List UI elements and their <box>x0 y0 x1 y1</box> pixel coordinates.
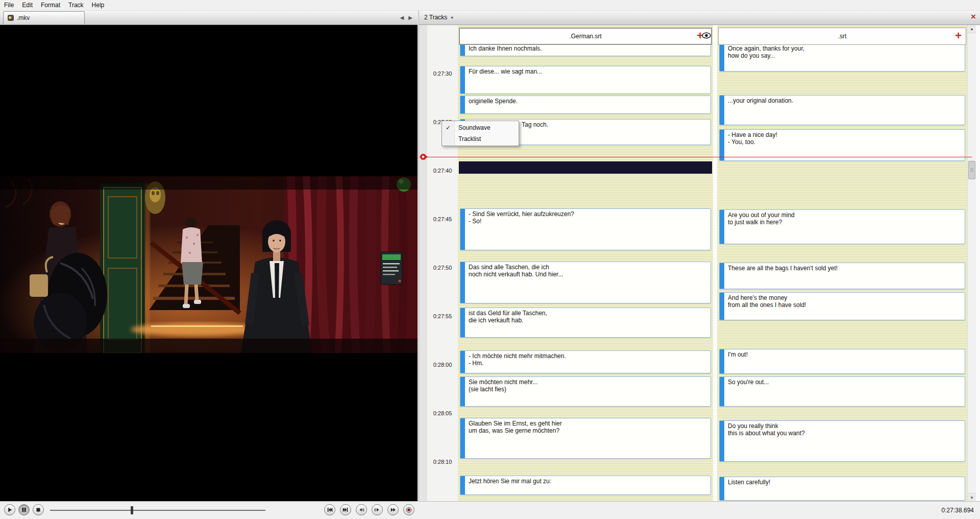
menu-item-edit[interactable]: Edit <box>18 0 37 10</box>
close-panel-button[interactable]: × <box>971 12 976 22</box>
pause-button[interactable] <box>18 504 30 515</box>
subtitle-cue[interactable]: ...your original donation. <box>719 95 965 125</box>
subtitle-cue[interactable]: These are all the bags I haven't sold ye… <box>719 263 965 289</box>
audio-back-button[interactable] <box>356 504 367 515</box>
subtitle-cue[interactable]: Do you really think this is about what y… <box>719 420 965 462</box>
subtitle-cue[interactable]: ist das Geld für alle Taschen, die ich v… <box>460 308 711 338</box>
subtitle-cue[interactable]: Once again, thanks for your, how do you … <box>719 43 965 72</box>
cue-text: - Ich möchte nicht mehr mitmachen. - Hm. <box>469 352 707 367</box>
subtitle-cue[interactable]: Das sind alle Taschen, die ich noch nich… <box>460 262 711 303</box>
cue-text: Das sind alle Taschen, die ich noch nich… <box>469 264 707 278</box>
cue-drag-bar[interactable] <box>460 96 465 113</box>
file-type-icon <box>8 15 14 21</box>
cue-drag-bar[interactable] <box>720 43 724 71</box>
jump-end-button[interactable] <box>340 504 351 515</box>
timeline-body: 0:27:300:27:350:27:400:27:450:27:500:27:… <box>419 25 980 502</box>
tracks-menu-button[interactable]: 2 Tracks ▼ <box>424 14 454 21</box>
subtitle-cue[interactable]: I'm out! <box>719 349 965 374</box>
track-visibility-eye-icon[interactable] <box>702 32 711 39</box>
subtitle-cue[interactable]: So you're out... <box>719 376 965 407</box>
subtitle-cue[interactable]: And here's the money from all the ones I… <box>719 292 965 320</box>
cue-drag-bar[interactable] <box>460 43 465 56</box>
track-header-german-srt[interactable]: .German.srt+ <box>459 28 712 45</box>
record-button[interactable] <box>403 504 414 515</box>
subtitle-cue[interactable]: Jetzt hören Sie mir mal gut zu: <box>460 476 711 495</box>
cue-drag-bar[interactable] <box>720 421 724 461</box>
transport-bar: 0:27:38.694 <box>0 501 980 519</box>
cue-text: Are you out of your mind to just walk in… <box>728 211 962 226</box>
scrollbar-thumb[interactable] <box>968 161 975 179</box>
subtitle-cue[interactable]: Sie möchten nicht mehr... (sie lacht fie… <box>460 376 711 407</box>
cue-drag-bar[interactable] <box>720 210 724 244</box>
fast-forward-button[interactable] <box>387 504 399 515</box>
subtitle-cue[interactable]: Are you out of your mind to just walk in… <box>719 209 965 244</box>
cue-drag-bar[interactable] <box>720 130 724 160</box>
cue-drag-bar[interactable] <box>460 209 465 250</box>
time-label: 0:27:45 <box>427 216 458 222</box>
track-header-srt[interactable]: .srt+ <box>718 28 966 45</box>
audio-forward-button[interactable] <box>372 504 383 515</box>
jump-start-button[interactable] <box>324 504 335 515</box>
cue-drag-bar[interactable] <box>460 476 465 494</box>
cue-text: Listen carefully! <box>728 479 962 486</box>
cue-text: Once again, thanks for your, how do you … <box>728 45 962 59</box>
cue-drag-bar[interactable] <box>720 377 724 406</box>
cue-drag-bar[interactable] <box>460 377 465 406</box>
cue-drag-bar[interactable] <box>460 66 465 93</box>
check-icon: ✓ <box>446 124 451 131</box>
cue-drag-bar[interactable] <box>720 263 724 289</box>
time-column: 0:27:300:27:350:27:400:27:450:27:500:27:… <box>427 25 458 502</box>
context-menu-item-soundwave[interactable]: ✓Soundwave <box>442 122 519 133</box>
cue-drag-bar[interactable] <box>720 293 724 320</box>
playhead-marker-icon[interactable] <box>420 153 429 161</box>
play-button[interactable] <box>4 504 15 515</box>
tab-scroll-right-icon[interactable]: ▶ <box>408 15 412 20</box>
cue-text: I'm out! <box>728 351 962 358</box>
menu-item-help[interactable]: Help <box>88 0 109 10</box>
video-tab-mkv[interactable]: .mkv <box>3 11 85 24</box>
cue-text: ist das Geld für alle Taschen, die ich v… <box>469 310 707 324</box>
tab-scroll-left-icon[interactable]: ◀ <box>400 15 404 20</box>
scroll-down-icon[interactable]: ▼ <box>968 493 976 502</box>
subtitle-cue[interactable]: Listen carefully! <box>719 477 965 501</box>
menu-item-file[interactable]: File <box>0 0 18 10</box>
menu-item-track[interactable]: Track <box>64 0 88 10</box>
cue-text: Glauben Sie im Ernst, es geht hier um da… <box>469 420 707 434</box>
subtitle-cue[interactable]: originelle Spende. <box>460 96 711 114</box>
subtitle-cue[interactable]: - Sind Sie verrückt, hier aufzukreuzen? … <box>460 208 711 250</box>
cue-drag-bar[interactable] <box>460 262 465 303</box>
menubar: FileEditFormatTrackHelp <box>0 0 980 11</box>
timeline-scrollbar[interactable]: ▲ ▼ <box>967 25 976 502</box>
video-display[interactable] <box>0 25 418 502</box>
cue-text: So you're out... <box>728 379 962 386</box>
recording-cue[interactable] <box>459 161 712 174</box>
context-menu-label: Tracklist <box>458 135 481 143</box>
timeline-panel: 2 Tracks ▼ × 0:27:300:27:350:27:400:27:4… <box>419 10 980 502</box>
track-column-german-srt: .German.srt+Ich danke Ihnen nochmals.Für… <box>458 25 713 502</box>
cue-drag-bar[interactable] <box>460 351 465 373</box>
subtitle-cue[interactable]: - Have a nice day! - You, too. <box>719 129 965 161</box>
seek-slider[interactable] <box>50 510 265 511</box>
context-menu-item-tracklist[interactable]: Tracklist <box>442 133 519 145</box>
time-label: 0:28:10 <box>427 459 458 465</box>
subtitle-cue[interactable]: Für diese... wie sagt man... <box>460 66 711 94</box>
cue-drag-bar[interactable] <box>460 308 465 337</box>
time-label: 0:28:05 <box>427 410 458 416</box>
video-tab-label: .mkv <box>17 14 30 21</box>
scroll-up-icon[interactable]: ▲ <box>968 25 976 33</box>
seek-slider-thumb[interactable] <box>131 506 133 514</box>
subtitle-cue[interactable]: Glauben Sie im Ernst, es geht hier um da… <box>460 418 711 459</box>
cue-drag-bar[interactable] <box>720 349 724 373</box>
add-subtitle-button[interactable]: + <box>955 29 962 43</box>
cue-text: Jetzt hören Sie mir mal gut zu: <box>469 478 707 485</box>
cue-drag-bar[interactable] <box>460 418 465 458</box>
cue-drag-bar[interactable] <box>720 96 724 125</box>
cue-text: These are all the bags I haven't sold ye… <box>728 265 962 272</box>
cue-drag-bar[interactable] <box>720 477 724 500</box>
menu-item-format[interactable]: Format <box>37 0 64 10</box>
track-column-srt: .srt+Once again, thanks for your, how do… <box>717 25 967 502</box>
movie-frame <box>0 176 418 353</box>
subtitle-cue[interactable]: - Ich möchte nicht mehr mitmachen. - Hm. <box>460 350 711 373</box>
stop-button[interactable] <box>33 504 44 515</box>
chevron-down-icon: ▼ <box>450 16 454 19</box>
